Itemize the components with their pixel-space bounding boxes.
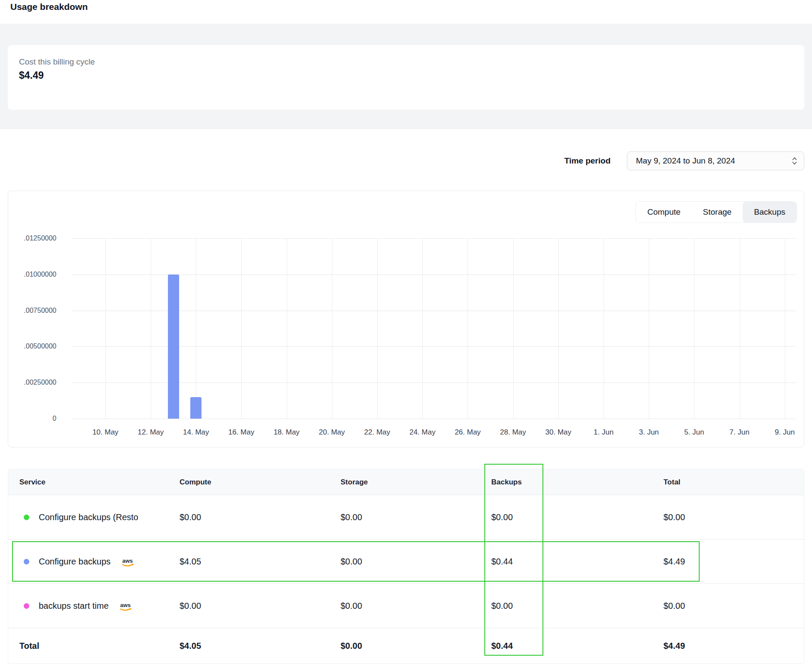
x-gridline (785, 238, 785, 419)
total-row-label: Total (19, 641, 180, 651)
column-header-backups: Backups (491, 478, 663, 487)
total-backups: $0.44 (491, 641, 663, 651)
y-gridline (71, 238, 796, 239)
svg-text:aws: aws (122, 558, 133, 564)
usage-breakdown-table: ServiceComputeStorageBackupsTotalConfigu… (8, 469, 804, 664)
service-cell: Configure backups (Resto (19, 512, 180, 522)
y-axis-tick-label: 0 (53, 415, 56, 422)
cell-storage: $0.00 (341, 512, 491, 522)
y-axis-tick-label: .00250000 (24, 379, 56, 386)
series-color-dot-icon (24, 603, 29, 609)
time-period-label: Time period (564, 156, 611, 166)
time-period-select[interactable]: May 9, 2024 to Jun 8, 2024 (627, 151, 804, 170)
x-axis-tick-label: 14. May (183, 428, 209, 437)
total-total: $4.49 (663, 641, 793, 651)
x-gridline (694, 238, 694, 419)
cell-compute: $4.05 (180, 557, 341, 567)
cell-total: $0.00 (663, 601, 793, 611)
cell-total: $4.49 (663, 557, 793, 567)
total-compute: $4.05 (180, 641, 341, 651)
chevron-updown-icon (791, 156, 798, 166)
time-period-row: Time period May 9, 2024 to Jun 8, 2024 (564, 151, 804, 170)
cost-summary-card: Cost this billing cycle $4.49 (8, 45, 804, 110)
billing-summary-section: Cost this billing cycle $4.49 (0, 24, 812, 129)
table-row: Configure backups (Resto$0.00$0.00$0.00$… (8, 495, 804, 540)
x-gridline (287, 238, 287, 419)
svg-text:aws: aws (120, 602, 131, 608)
tab-compute[interactable]: Compute (636, 202, 691, 222)
x-axis-tick-label: 16. May (228, 428, 254, 437)
aws-logo-icon: aws (119, 601, 133, 612)
usage-bar-chart: .01250000.01000000.00750000.00500000.002… (71, 238, 796, 419)
x-axis-tick-label: 1. Jun (594, 428, 614, 437)
column-header-total: Total (663, 478, 793, 487)
cell-backups: $0.00 (491, 512, 663, 522)
x-gridline (332, 238, 332, 419)
x-gridline (377, 238, 378, 419)
x-gridline (604, 238, 604, 419)
tab-storage[interactable]: Storage (692, 202, 743, 222)
service-name: Configure backups (Resto (39, 512, 138, 522)
y-axis-tick-label: .01000000 (24, 271, 56, 278)
tab-backups[interactable]: Backups (743, 202, 797, 222)
cell-total: $0.00 (663, 512, 793, 522)
cost-summary-value: $4.49 (19, 70, 793, 81)
total-storage: $0.00 (341, 641, 491, 651)
x-axis-tick-label: 12. May (138, 428, 164, 437)
column-header-storage: Storage (341, 478, 491, 487)
x-axis-tick-label: 3. Jun (639, 428, 659, 437)
x-axis-tick-label: 22. May (364, 428, 390, 437)
x-axis-tick-label: 5. Jun (684, 428, 704, 437)
table-row: Configure backupsaws$4.05$0.00$0.44$4.49 (8, 540, 804, 584)
cell-backups: $0.00 (491, 601, 663, 611)
aws-logo-icon: aws (121, 557, 136, 567)
cell-compute: $0.00 (180, 601, 341, 611)
page-title: Usage breakdown (10, 2, 88, 12)
x-gridline (468, 238, 468, 419)
service-name: backups start time (39, 601, 108, 611)
table-total-row: Total$4.05$0.00$0.44$4.49 (8, 628, 804, 663)
x-gridline (558, 238, 559, 419)
y-gridline (71, 419, 796, 419)
x-axis-tick-label: 7. Jun (729, 428, 749, 437)
x-axis-tick-label: 18. May (273, 428, 299, 437)
y-gridline (71, 382, 796, 383)
y-gridline (71, 274, 796, 275)
x-gridline (196, 238, 196, 419)
series-color-dot-icon (24, 559, 29, 564)
chart-bar (190, 397, 201, 419)
x-axis-tick-label: 24. May (409, 428, 435, 437)
x-gridline (422, 238, 423, 419)
y-gridline (71, 311, 796, 311)
x-gridline (151, 238, 151, 419)
column-header-compute: Compute (180, 478, 341, 487)
x-axis-tick-label: 28. May (500, 428, 526, 437)
x-gridline (740, 238, 740, 419)
x-axis-tick-label: 26. May (455, 428, 480, 437)
y-gridline (71, 346, 796, 347)
chart-metric-tabs: ComputeStorageBackups (635, 201, 797, 223)
x-axis-tick-label: 30. May (545, 428, 571, 437)
column-header-service: Service (19, 478, 180, 487)
series-color-dot-icon (24, 515, 29, 520)
time-period-value: May 9, 2024 to Jun 8, 2024 (636, 156, 735, 166)
y-axis-tick-label: .00500000 (24, 342, 56, 350)
x-axis-tick-label: 9. Jun (775, 428, 795, 437)
cell-storage: $0.00 (341, 557, 491, 567)
service-name: Configure backups (39, 557, 111, 567)
x-gridline (105, 238, 106, 419)
x-gridline (241, 238, 242, 419)
y-axis-tick-label: .00750000 (24, 307, 56, 314)
table-header-row: ServiceComputeStorageBackupsTotal (8, 469, 804, 495)
cost-summary-label: Cost this billing cycle (19, 57, 793, 67)
cell-storage: $0.00 (341, 601, 491, 611)
usage-chart-card: ComputeStorageBackups .01250000.01000000… (8, 191, 804, 447)
y-axis-tick-label: .01250000 (24, 234, 56, 242)
x-axis-tick-label: 10. May (93, 428, 118, 437)
service-cell: backups start timeaws (19, 600, 180, 612)
cell-backups: $0.44 (491, 557, 663, 567)
service-cell: Configure backupsaws (19, 555, 180, 567)
x-axis-tick-label: 20. May (319, 428, 345, 437)
cell-compute: $0.00 (180, 512, 341, 522)
x-gridline (649, 238, 649, 419)
